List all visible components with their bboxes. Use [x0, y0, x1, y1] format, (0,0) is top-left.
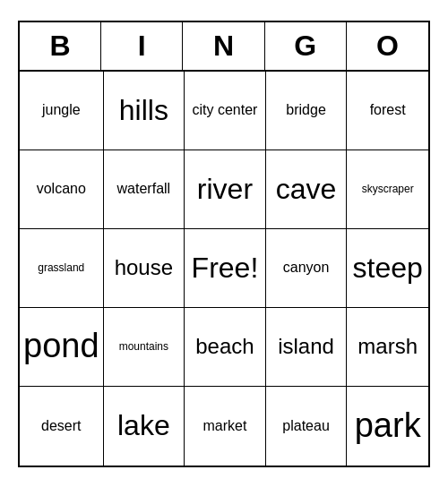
bingo-cell-text: pond [23, 326, 99, 367]
bingo-cell-text: island [278, 334, 334, 360]
bingo-cell-text: skyscraper [362, 183, 414, 195]
bingo-cell: forest [347, 72, 428, 150]
bingo-cell: city center [185, 72, 266, 150]
bingo-cell-text: steep [353, 251, 423, 285]
bingo-cell: river [185, 150, 266, 229]
bingo-cell-text: plateau [282, 417, 330, 434]
bingo-cell-text: grassland [38, 261, 84, 274]
bingo-cell: steep [347, 229, 428, 308]
bingo-cell-text: canyon [283, 259, 330, 276]
bingo-cell-text: waterfall [117, 180, 171, 197]
bingo-cell: skyscraper [347, 150, 428, 229]
bingo-header-cell: B [20, 22, 101, 70]
bingo-cell: hills [104, 72, 185, 150]
bingo-cell-text: forest [370, 101, 406, 118]
bingo-cell: grassland [20, 229, 104, 308]
bingo-cell: house [104, 229, 185, 308]
bingo-cell-text: bridge [286, 101, 325, 118]
bingo-cell: market [185, 387, 266, 466]
bingo-cell-text: park [355, 406, 421, 447]
bingo-cell: lake [104, 387, 185, 466]
bingo-cell: volcano [20, 150, 104, 229]
bingo-grid: junglehillscity centerbridgeforestvolcan… [20, 72, 428, 466]
bingo-cell-text: Free! [192, 251, 259, 285]
bingo-card: BINGO junglehillscity centerbridgeforest… [18, 21, 430, 467]
bingo-cell: Free! [185, 229, 266, 308]
bingo-cell-text: house [115, 255, 173, 281]
bingo-cell: jungle [20, 72, 104, 150]
bingo-header-cell: G [265, 22, 347, 70]
bingo-cell-text: river [197, 172, 253, 206]
bingo-header-cell: I [101, 22, 183, 70]
bingo-cell: marsh [347, 308, 428, 387]
bingo-cell: mountains [104, 308, 185, 387]
bingo-cell: desert [20, 387, 104, 466]
bingo-cell-text: beach [195, 334, 254, 360]
bingo-cell: beach [185, 308, 266, 387]
bingo-cell-text: hills [119, 93, 168, 127]
bingo-cell-text: jungle [42, 101, 81, 118]
bingo-cell: park [347, 387, 428, 466]
bingo-header-cell: N [183, 22, 264, 70]
bingo-cell-text: lake [117, 408, 170, 442]
bingo-cell: bridge [266, 72, 348, 150]
bingo-cell-text: cave [276, 172, 337, 206]
bingo-cell-text: market [203, 417, 247, 434]
bingo-cell-text: city center [193, 101, 258, 118]
bingo-cell-text: marsh [358, 334, 418, 360]
bingo-cell-text: mountains [119, 340, 168, 353]
bingo-cell-text: volcano [37, 180, 86, 197]
bingo-cell: cave [266, 150, 348, 229]
bingo-cell-text: desert [41, 417, 81, 434]
bingo-header: BINGO [20, 22, 428, 72]
bingo-cell: canyon [266, 229, 348, 308]
bingo-cell: island [266, 308, 348, 387]
bingo-header-cell: O [347, 22, 428, 70]
bingo-cell: waterfall [104, 150, 185, 229]
bingo-cell: plateau [266, 387, 348, 466]
bingo-cell: pond [20, 308, 104, 387]
